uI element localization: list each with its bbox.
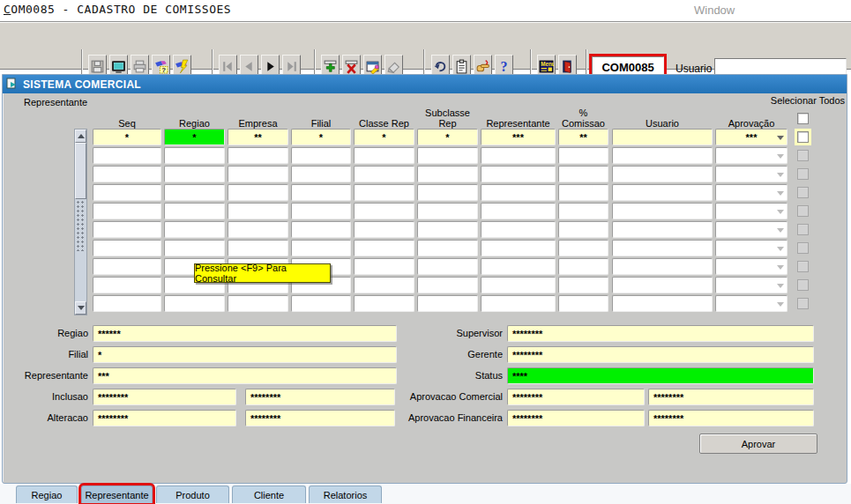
grid-cell-seq[interactable] — [93, 166, 161, 182]
grid-cell-filial[interactable] — [291, 184, 351, 201]
grid-cell-comissao[interactable] — [558, 295, 608, 312]
grid-cell-subclasse_rep[interactable] — [417, 147, 478, 164]
row-select-checkbox[interactable] — [797, 242, 809, 254]
grid-cell-subclasse_rep[interactable] — [417, 221, 478, 238]
grid-cell-seq[interactable] — [93, 240, 161, 256]
grid-cell-representante[interactable] — [481, 166, 556, 182]
row-select-checkbox[interactable] — [797, 261, 809, 272]
query-cell-empresa[interactable]: ** — [228, 129, 288, 145]
tab-cliente[interactable]: Cliente — [232, 485, 306, 503]
grid-cell-regiao[interactable] — [164, 166, 225, 182]
query-cell-usuario[interactable] — [612, 129, 713, 145]
grid-cell-seq[interactable] — [93, 277, 161, 293]
grid-cell-classe_rep[interactable] — [354, 166, 414, 182]
tab-relatorios[interactable]: Relatorios — [309, 485, 382, 503]
grid-cell-subclasse_rep[interactable] — [417, 240, 478, 256]
dropdown-arrow-icon[interactable] — [777, 136, 784, 140]
grid-cell-usuario[interactable] — [612, 166, 713, 182]
query-cell-seq[interactable]: * — [93, 129, 161, 145]
grid-cell-classe_rep[interactable] — [354, 295, 414, 312]
grid-cell-empresa[interactable] — [228, 147, 288, 164]
window-titlebar[interactable]: SISTEMA COMERCIAL — [3, 75, 847, 93]
query-cell-classe_rep[interactable]: * — [354, 129, 414, 145]
grid-cell-seq[interactable] — [93, 295, 161, 312]
grid-cell-classe_rep[interactable] — [354, 203, 414, 219]
grid-cell-subclasse_rep[interactable] — [417, 166, 478, 182]
scrollbar-trough[interactable] — [76, 200, 86, 251]
grid-cell-filial[interactable] — [291, 295, 351, 312]
grid-cell-comissao[interactable] — [558, 221, 608, 238]
scroll-down-button[interactable] — [75, 301, 86, 315]
tab-produto[interactable]: Produto — [156, 485, 229, 503]
grid-cell-aprovacao[interactable] — [715, 203, 788, 219]
grid-cell-representante[interactable] — [481, 240, 556, 256]
grid-cell-subclasse_rep[interactable] — [417, 277, 478, 293]
form-field-aprovacao-comercial-2[interactable]: ******** — [648, 389, 814, 405]
grid-cell-comissao[interactable] — [558, 147, 608, 164]
grid-cell-regiao[interactable] — [164, 221, 225, 238]
grid-cell-empresa[interactable] — [228, 295, 288, 312]
grid-cell-filial[interactable] — [291, 240, 351, 256]
grid-cell-comissao[interactable] — [558, 258, 608, 275]
grid-cell-empresa[interactable] — [228, 221, 288, 238]
query-cell-aprovacao[interactable]: *** — [715, 129, 788, 145]
select-all-checkbox[interactable] — [797, 113, 809, 124]
grid-cell-usuario[interactable] — [612, 295, 713, 312]
grid-cell-aprovacao[interactable] — [715, 295, 788, 312]
row-select-checkbox[interactable] — [797, 279, 809, 291]
grid-cell-subclasse_rep[interactable] — [417, 258, 478, 275]
grid-cell-usuario[interactable] — [612, 147, 713, 164]
row-select-checkbox[interactable] — [797, 131, 809, 143]
grid-cell-aprovacao[interactable] — [715, 166, 788, 182]
row-select-checkbox[interactable] — [797, 224, 809, 235]
form-field-aprovacao-comercial-1[interactable]: ******** — [507, 389, 645, 405]
query-cell-representante[interactable]: *** — [481, 129, 556, 145]
grid-cell-seq[interactable] — [93, 184, 161, 201]
grid-cell-aprovacao[interactable] — [715, 184, 788, 201]
grid-cell-seq[interactable] — [93, 221, 161, 238]
grid-cell-aprovacao[interactable] — [715, 277, 788, 293]
grid-cell-usuario[interactable] — [612, 258, 713, 275]
query-cell-subclasse_rep[interactable]: * — [417, 129, 478, 145]
grid-cell-subclasse_rep[interactable] — [417, 184, 478, 201]
grid-cell-regiao[interactable] — [164, 147, 225, 164]
grid-cell-empresa[interactable] — [228, 240, 288, 256]
grid-cell-usuario[interactable] — [612, 184, 713, 201]
row-select-checkbox[interactable] — [797, 168, 809, 180]
scroll-up-button[interactable] — [75, 130, 86, 143]
tab-regiao[interactable]: Regiao — [16, 485, 78, 503]
grid-cell-comissao[interactable] — [558, 203, 608, 219]
form-field-aprovacao-financeira-1[interactable]: ******** — [507, 410, 645, 426]
grid-cell-comissao[interactable] — [558, 184, 608, 201]
grid-cell-filial[interactable] — [291, 221, 351, 238]
row-select-checkbox[interactable] — [797, 187, 809, 198]
grid-cell-regiao[interactable] — [164, 240, 225, 256]
grid-cell-aprovacao[interactable] — [715, 240, 788, 256]
grid-cell-seq[interactable] — [93, 203, 161, 219]
form-field-alteracao-1[interactable]: ******** — [93, 410, 236, 426]
row-select-checkbox[interactable] — [797, 205, 809, 217]
grid-cell-regiao[interactable] — [164, 184, 225, 201]
grid-cell-empresa[interactable] — [228, 166, 288, 182]
grid-cell-representante[interactable] — [481, 277, 556, 293]
grid-cell-aprovacao[interactable] — [715, 147, 788, 164]
grid-cell-filial[interactable] — [291, 203, 351, 219]
grid-cell-comissao[interactable] — [558, 166, 608, 182]
scrollbar-thumb[interactable] — [75, 143, 86, 199]
grid-cell-representante[interactable] — [481, 221, 556, 238]
grid-cell-representante[interactable] — [481, 258, 556, 275]
grid-cell-empresa[interactable] — [228, 203, 288, 219]
grid-scrollbar[interactable] — [74, 129, 87, 315]
grid-cell-usuario[interactable] — [612, 240, 713, 256]
form-field-regiao[interactable]: ****** — [93, 325, 397, 342]
grid-cell-subclasse_rep[interactable] — [417, 295, 478, 312]
row-select-checkbox[interactable] — [797, 298, 809, 309]
grid-cell-comissao[interactable] — [558, 240, 608, 256]
grid-cell-aprovacao[interactable] — [715, 221, 788, 238]
grid-cell-usuario[interactable] — [612, 221, 713, 238]
grid-cell-classe_rep[interactable] — [354, 221, 414, 238]
grid-cell-classe_rep[interactable] — [354, 147, 414, 164]
tab-representante[interactable]: Representante — [81, 485, 153, 503]
grid-cell-representante[interactable] — [481, 184, 556, 201]
grid-cell-subclasse_rep[interactable] — [417, 203, 478, 219]
